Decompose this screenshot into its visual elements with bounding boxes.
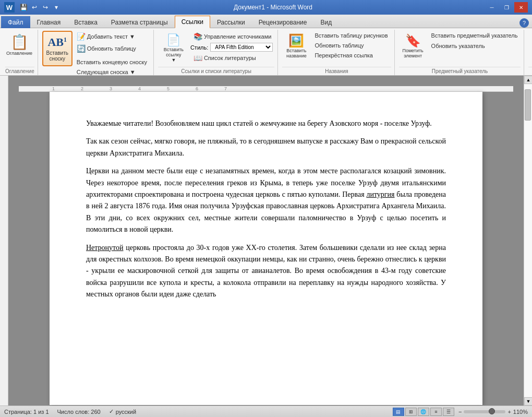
footnote-icon: AB1	[47, 35, 67, 49]
index-right: Вставить предметный указатель Обновить у…	[428, 31, 521, 51]
update-table-btn[interactable]: 🔄 Обновить таблицу	[74, 43, 150, 54]
citation-icon: 📄	[166, 33, 180, 47]
group-index-items: 🔖 Пометитьэлемент Вставить предметный ук…	[399, 31, 521, 67]
group-index: 🔖 Пометитьэлемент Вставить предметный ук…	[396, 30, 525, 75]
insert-citation-btn[interactable]: 📄 Вставитьссылку ▼	[158, 31, 189, 66]
zoom-level: 110%	[513, 409, 528, 415]
tab-review[interactable]: Рецензирование	[252, 16, 314, 28]
group-footnotes: AB1 Вставить сноску 📝 Добавить текст ▼ 🔄…	[39, 30, 154, 75]
zoom-thumb[interactable]	[489, 408, 495, 414]
scroll-up-btn[interactable]: ▲	[524, 76, 532, 84]
insert-caption-btn[interactable]: 🖼️ Вставитьназвание	[282, 31, 310, 66]
fullscreen-btn[interactable]: ⊞	[405, 408, 417, 416]
spell-icon: ✓	[109, 408, 114, 415]
insert-figures-table-btn[interactable]: Вставить таблицу рисунков	[311, 31, 391, 40]
zoom-slider[interactable]	[464, 410, 505, 413]
customize-quick-btn[interactable]: ▾	[52, 3, 61, 12]
restore-btn[interactable]: ❐	[500, 2, 513, 13]
scroll-thumb[interactable]	[525, 89, 531, 121]
horizontal-ruler: 1 2 3 4 5 6 7	[19, 86, 513, 92]
mark-entry-icon: 🔖	[405, 33, 421, 48]
tab-view[interactable]: Вид	[313, 16, 338, 28]
paragraph-1: Уважаемые читатели! Возобновляем наш цик…	[86, 118, 446, 129]
tab-insert[interactable]: Вставка	[67, 16, 104, 28]
style-dropdown[interactable]: APA Fifth Edition	[210, 43, 273, 52]
insert-endnote-btn[interactable]: Вставить концевую сноску	[74, 57, 150, 67]
mark-citation-btn[interactable]: 📌 Пометитьссылку	[528, 31, 532, 66]
group-table-of-authorities: 📌 Пометитьссылку Вставить таблицу ссылок…	[525, 30, 532, 75]
paragraph-3: Церкви на данном месте были еще с незапа…	[86, 165, 446, 235]
group-citations: 📄 Вставитьссылку ▼ 📚 Управление источник…	[155, 30, 278, 75]
underline-liturgia: литургия	[366, 190, 394, 198]
mark-entry-btn[interactable]: 🔖 Пометитьэлемент	[399, 31, 427, 66]
scroll-down-btn[interactable]: ▼	[524, 397, 532, 406]
word-icon: W	[4, 2, 15, 13]
web-view-btn[interactable]: 🌐	[418, 408, 429, 416]
group-citations-label: Ссылки и списки литературы	[158, 67, 274, 75]
contents-btn[interactable]: 📋 Оглавление	[5, 31, 33, 66]
draft-view-btn[interactable]: ☰	[443, 408, 454, 416]
caption-icon: 🖼️	[288, 33, 304, 48]
word-count: Число слов: 260	[57, 409, 101, 415]
help-btn[interactable]: ?	[519, 18, 529, 28]
spell-check: ✓ русский	[109, 408, 136, 415]
underline-netronutoy: Нетронутой	[86, 244, 124, 252]
group-index-label: Предметный указатель	[399, 67, 521, 75]
tab-file[interactable]: Файл	[1, 16, 30, 28]
quick-access-toolbar: 💾 ↩ ↪ ▾	[19, 3, 61, 12]
update-index-btn[interactable]: Обновить указатель	[428, 41, 521, 51]
left-ruler	[0, 76, 8, 406]
group-contents-label: Оглавление	[5, 67, 34, 75]
close-btn[interactable]: ✕	[514, 2, 528, 13]
title-bar: W 💾 ↩ ↪ ▾ Документ1 - Microsoft Word ─ ❐…	[0, 0, 532, 15]
window-title: Документ1 - Microsoft Word	[61, 4, 485, 11]
group-citations-items: 📄 Вставитьссылку ▼ 📚 Управление источник…	[158, 31, 274, 67]
group-captions: 🖼️ Вставитьназвание Вставить таблицу рис…	[279, 30, 394, 75]
content-area: 1 2 3 4 5 6 7 Уважаемые читатели! Возобн…	[0, 76, 532, 406]
group-contents-items: 📋 Оглавление	[5, 31, 34, 67]
vertical-scrollbar: ▲ ▼	[524, 76, 532, 406]
undo-quick-btn[interactable]: ↩	[30, 3, 39, 12]
tab-home[interactable]: Главная	[30, 16, 68, 28]
window-controls: ─ ❐ ✕	[485, 2, 528, 13]
cross-reference-btn[interactable]: Перекрёстная ссылка	[311, 51, 391, 60]
bibliography-icon: 📖	[194, 54, 202, 62]
add-text-icon: 📝	[77, 32, 86, 41]
save-quick-btn[interactable]: 💾	[19, 3, 28, 12]
citations-right: 📚 Управление источниками Стиль: APA Fift…	[190, 31, 274, 64]
tab-pagelayout[interactable]: Разметка страницы	[104, 16, 175, 28]
ribbon-content: 📋 Оглавление Оглавление AB1 Вставить сно…	[0, 28, 532, 75]
insert-footnote-btn[interactable]: AB1 Вставить сноску	[42, 31, 72, 66]
add-text-btn[interactable]: 📝 Добавить текст ▼	[74, 31, 150, 42]
scroll-track	[524, 84, 532, 397]
manage-sources-icon: 📚	[194, 32, 202, 41]
outline-view-btn[interactable]: ≡	[430, 408, 442, 416]
paragraph-4: Нетронутой церковь простояла до 30-х год…	[86, 242, 446, 301]
manage-sources-btn[interactable]: 📚 Управление источниками	[190, 31, 274, 42]
doc-canvas: 1 2 3 4 5 6 7 Уважаемые читатели! Возобн…	[8, 76, 524, 406]
document-page[interactable]: Уважаемые читатели! Возобновляем наш цик…	[50, 92, 482, 405]
tab-mailings[interactable]: Рассылки	[210, 16, 252, 28]
group-captions-label: Названия	[282, 67, 391, 75]
paragraph-2: Так как сезон сейчас, мягко говоря, не п…	[86, 136, 446, 159]
minimize-btn[interactable]: ─	[485, 2, 499, 13]
bibliography-btn[interactable]: 📖 Список литературы	[190, 52, 274, 64]
update-figures-btn[interactable]: Обновить таблицу	[311, 41, 391, 50]
group-toa-items: 📌 Пометитьссылку Вставить таблицу ссылок…	[528, 31, 532, 67]
zoom-out-btn[interactable]: −	[458, 409, 462, 415]
insert-index-btn[interactable]: Вставить предметный указатель	[428, 31, 521, 40]
update-table-icon: 🔄	[77, 44, 86, 53]
style-row: Стиль: APA Fifth Edition	[190, 43, 274, 52]
print-layout-btn[interactable]: ▤	[393, 408, 404, 416]
group-toa-label: Таблица ссылок	[528, 67, 532, 75]
tab-references[interactable]: Ссылки	[175, 16, 210, 28]
zoom-bar: − + 110%	[458, 409, 528, 415]
status-right: ▤ ⊞ 🌐 ≡ ☰ − + 110%	[393, 408, 528, 416]
ribbon: Файл Главная Вставка Разметка страницы С…	[0, 15, 532, 76]
captions-right: Вставить таблицу рисунков Обновить табли…	[311, 31, 391, 60]
redo-quick-btn[interactable]: ↪	[41, 3, 50, 12]
ribbon-tab-bar: Файл Главная Вставка Разметка страницы С…	[0, 15, 532, 28]
zoom-in-btn[interactable]: +	[507, 409, 511, 415]
page-status: Страница: 1 из 1	[4, 409, 49, 415]
contents-icon: 📋	[10, 33, 29, 51]
